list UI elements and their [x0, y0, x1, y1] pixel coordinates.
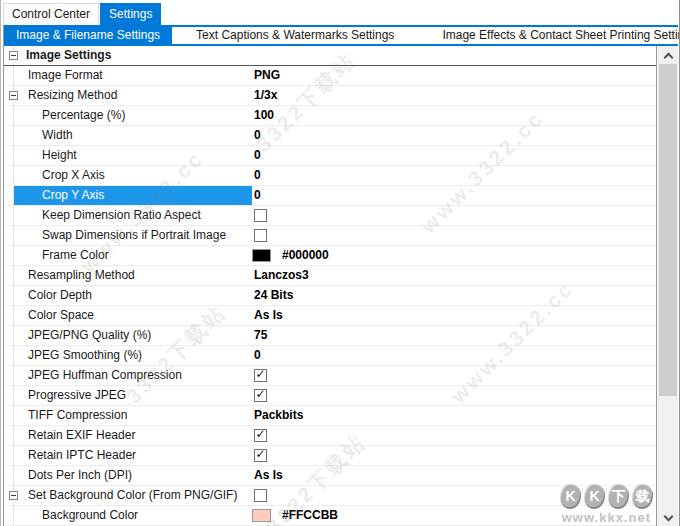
property-label: Background Color [42, 506, 138, 525]
property-row-background-color[interactable]: Background Color#FFCCBB [4, 506, 656, 526]
property-row-progressive-jpeg[interactable]: Progressive JPEG [4, 386, 656, 406]
property-row-frame-color[interactable]: Frame Color#000000 [4, 246, 656, 266]
property-label: Crop X Axis [42, 166, 105, 185]
property-row-image-format[interactable]: Image FormatPNG [4, 66, 656, 86]
tab-image-effects-contact-sheet-printing-settings[interactable]: Image Effects & Contact Sheet Printing S… [418, 27, 680, 44]
property-label: TIFF Compression [28, 406, 127, 425]
property-row-width[interactable]: Width0 [4, 126, 656, 146]
tab-settings[interactable]: Settings [100, 3, 161, 25]
property-value[interactable]: As Is [254, 466, 283, 485]
property-label: Color Depth [28, 286, 92, 305]
property-row-keep-dimension-ratio-aspect[interactable]: Keep Dimension Ratio Aspect [4, 206, 656, 226]
secondary-tab-bar: Image & Filename SettingsText Captions &… [4, 25, 678, 46]
property-row-set-background-color-from-png-gif[interactable]: Set Background Color (From PNG/GIF) [4, 486, 656, 506]
checkbox-unchecked[interactable] [254, 209, 267, 222]
property-value[interactable]: 0 [254, 346, 261, 365]
property-label: Crop Y Axis [42, 186, 104, 205]
property-value[interactable]: #FFCCBB [282, 506, 338, 525]
property-label: Width [42, 126, 73, 145]
property-label: Dots Per Inch (DPI) [28, 466, 132, 485]
property-row-jpeg-smoothing[interactable]: JPEG Smoothing (%)0 [4, 346, 656, 366]
property-row-dots-per-inch-dpi[interactable]: Dots Per Inch (DPI)As Is [4, 466, 656, 486]
property-value[interactable]: 0 [254, 166, 261, 185]
property-row-resampling-method[interactable]: Resampling MethodLanczos3 [4, 266, 656, 286]
tab-text-captions-watermarks-settings[interactable]: Text Captions & Watermarks Settings [172, 27, 418, 44]
property-value[interactable]: #000000 [282, 246, 329, 265]
property-value[interactable]: 0 [254, 146, 261, 165]
property-value[interactable]: 0 [254, 186, 261, 205]
tab-control-center[interactable]: Control Center [3, 3, 99, 25]
tab-image-filename-settings[interactable]: Image & Filename Settings [4, 27, 172, 44]
property-label: Height [42, 146, 77, 165]
property-label: Retain EXIF Header [28, 426, 135, 445]
chevron-up-icon [664, 53, 674, 63]
property-label: Retain IPTC Header [28, 446, 136, 465]
property-row-jpeg-huffman-compression[interactable]: JPEG Huffman Compression [4, 366, 656, 386]
chevron-down-icon [664, 512, 674, 522]
property-value[interactable]: Lanczos3 [254, 266, 309, 285]
property-row-resizing-method[interactable]: Resizing Method1/3x [4, 86, 656, 106]
scroll-down-button[interactable] [658, 509, 678, 526]
color-swatch[interactable] [252, 249, 271, 262]
scroll-up-button[interactable] [658, 46, 678, 63]
property-value[interactable]: 75 [254, 326, 267, 345]
checkbox-checked[interactable] [254, 429, 267, 442]
property-row-crop-x-axis[interactable]: Crop X Axis0 [4, 166, 656, 186]
settings-page: Image & Filename SettingsText Captions &… [3, 25, 678, 526]
property-label: Image Format [28, 66, 103, 85]
property-value[interactable]: 1/3x [254, 86, 277, 105]
property-row-height[interactable]: Height0 [4, 146, 656, 166]
vertical-scrollbar[interactable] [656, 46, 678, 526]
property-label: Keep Dimension Ratio Aspect [42, 206, 201, 225]
property-label: Swap Dimensions if Portrait Image [42, 226, 226, 245]
primary-tab-bar: Control CenterSettings [3, 0, 678, 25]
property-grid: Image Settings Image FormatPNGResizing M… [4, 46, 656, 526]
checkbox-checked[interactable] [254, 389, 267, 402]
collapse-icon[interactable] [9, 491, 18, 500]
property-value[interactable]: 0 [254, 126, 261, 145]
property-row-percentage[interactable]: Percentage (%)100 [4, 106, 656, 126]
property-label: JPEG Huffman Compression [28, 366, 182, 385]
checkbox-checked[interactable] [254, 449, 267, 462]
property-row-jpeg-png-quality[interactable]: JPEG/PNG Quality (%)75 [4, 326, 656, 346]
property-value[interactable]: Packbits [254, 406, 303, 425]
property-label: Progressive JPEG [28, 386, 126, 405]
collapse-icon[interactable] [9, 51, 18, 60]
settings-window: Control CenterSettings Image & Filename … [0, 0, 680, 526]
property-value[interactable]: PNG [254, 66, 280, 85]
property-label: JPEG/PNG Quality (%) [28, 326, 151, 345]
property-label: Percentage (%) [42, 106, 125, 125]
property-row-tiff-compression[interactable]: TIFF CompressionPackbits [4, 406, 656, 426]
scrollbar-thumb[interactable] [659, 64, 677, 396]
checkbox-checked[interactable] [254, 369, 267, 382]
property-value[interactable]: 24 Bits [254, 286, 293, 305]
property-row-color-space[interactable]: Color SpaceAs Is [4, 306, 656, 326]
property-row-color-depth[interactable]: Color Depth24 Bits [4, 286, 656, 306]
property-label: Frame Color [42, 246, 109, 265]
property-label: Color Space [28, 306, 94, 325]
property-row-swap-dimensions-if-portrait-image[interactable]: Swap Dimensions if Portrait Image [4, 226, 656, 246]
checkbox-unchecked[interactable] [254, 489, 267, 502]
property-value[interactable]: As Is [254, 306, 283, 325]
property-row-retain-iptc-header[interactable]: Retain IPTC Header [4, 446, 656, 466]
color-swatch[interactable] [252, 509, 271, 522]
property-label: Resampling Method [28, 266, 135, 285]
property-label: Set Background Color (From PNG/GIF) [28, 486, 237, 505]
property-row-retain-exif-header[interactable]: Retain EXIF Header [4, 426, 656, 446]
group-header-label: Image Settings [26, 46, 111, 65]
property-label: JPEG Smoothing (%) [28, 346, 142, 365]
collapse-icon[interactable] [9, 91, 18, 100]
property-value[interactable]: 100 [254, 106, 274, 125]
property-row-crop-y-axis[interactable]: Crop Y Axis0 [4, 186, 656, 206]
property-rows: Image FormatPNGResizing Method1/3xPercen… [4, 66, 656, 526]
group-header-row-image-settings[interactable]: Image Settings [4, 46, 656, 66]
property-label: Resizing Method [28, 86, 117, 105]
checkbox-unchecked[interactable] [254, 229, 267, 242]
